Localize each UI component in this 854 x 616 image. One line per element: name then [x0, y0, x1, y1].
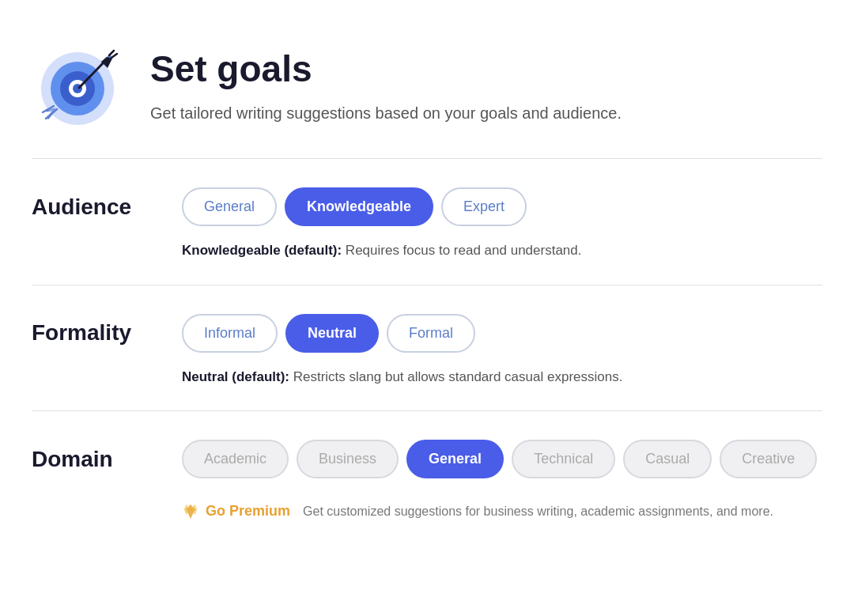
formality-desc-text: Restricts slang but allows standard casu…	[289, 369, 622, 384]
target-icon	[32, 40, 127, 134]
domain-inner: Domain Academic Business General Technic…	[32, 440, 822, 522]
page-subtitle: Get tailored writing suggestions based o…	[150, 101, 622, 125]
audience-btn-general[interactable]: General	[182, 187, 277, 226]
formality-row: Formality Informal Neutral Formal	[32, 314, 822, 353]
premium-description: Get customized suggestions for business …	[303, 502, 773, 521]
domain-section: Domain Academic Business General Technic…	[32, 411, 822, 546]
formality-inner: Formality Informal Neutral Formal Neutra…	[32, 314, 822, 387]
svg-line-11	[109, 51, 114, 55]
domain-btn-creative[interactable]: Creative	[720, 440, 817, 478]
domain-button-group: Academic Business General Technical Casu…	[182, 440, 817, 478]
premium-badge[interactable]: Go Premium	[182, 501, 290, 522]
premium-row: Go Premium Get customized suggestions fo…	[182, 493, 822, 522]
domain-btn-general[interactable]: General	[406, 440, 504, 478]
page-title: Set goals	[150, 47, 622, 90]
audience-label: Audience	[32, 195, 158, 220]
header-section: Set goals Get tailored writing suggestio…	[32, 24, 822, 158]
formality-desc-bold: Neutral (default):	[182, 369, 289, 384]
audience-btn-knowledgeable[interactable]: Knowledgeable	[285, 187, 433, 226]
audience-btn-expert[interactable]: Expert	[441, 187, 527, 226]
page-container: Set goals Get tailored writing suggestio…	[0, 0, 854, 569]
formality-description: Neutral (default): Restricts slang but a…	[32, 367, 822, 387]
svg-line-12	[111, 54, 117, 58]
audience-section: Audience General Knowledgeable Expert Kn…	[32, 159, 822, 285]
formality-label: Formality	[32, 320, 158, 346]
domain-label: Domain	[32, 447, 158, 472]
domain-btn-business[interactable]: Business	[297, 440, 399, 478]
diamond-icon	[182, 503, 199, 520]
premium-label: Go Premium	[206, 501, 290, 522]
header-text: Set goals Get tailored writing suggestio…	[150, 40, 622, 125]
domain-description: Go Premium Get customized suggestions fo…	[32, 493, 822, 522]
audience-description: Knowledgeable (default): Requires focus …	[32, 240, 822, 261]
audience-inner: Audience General Knowledgeable Expert Kn…	[32, 187, 822, 261]
audience-desc-text: Requires focus to read and understand.	[342, 243, 581, 258]
audience-button-group: General Knowledgeable Expert	[182, 187, 527, 226]
formality-btn-formal[interactable]: Formal	[387, 314, 475, 353]
domain-row: Domain Academic Business General Technic…	[32, 440, 822, 478]
audience-row: Audience General Knowledgeable Expert	[32, 187, 822, 226]
formality-btn-informal[interactable]: Informal	[182, 314, 278, 353]
formality-btn-neutral[interactable]: Neutral	[285, 314, 379, 353]
formality-section: Formality Informal Neutral Formal Neutra…	[32, 285, 822, 411]
domain-btn-technical[interactable]: Technical	[512, 440, 615, 478]
domain-btn-academic[interactable]: Academic	[182, 440, 289, 478]
domain-btn-casual[interactable]: Casual	[623, 440, 712, 478]
formality-button-group: Informal Neutral Formal	[182, 314, 475, 353]
audience-desc-bold: Knowledgeable (default):	[182, 243, 342, 258]
